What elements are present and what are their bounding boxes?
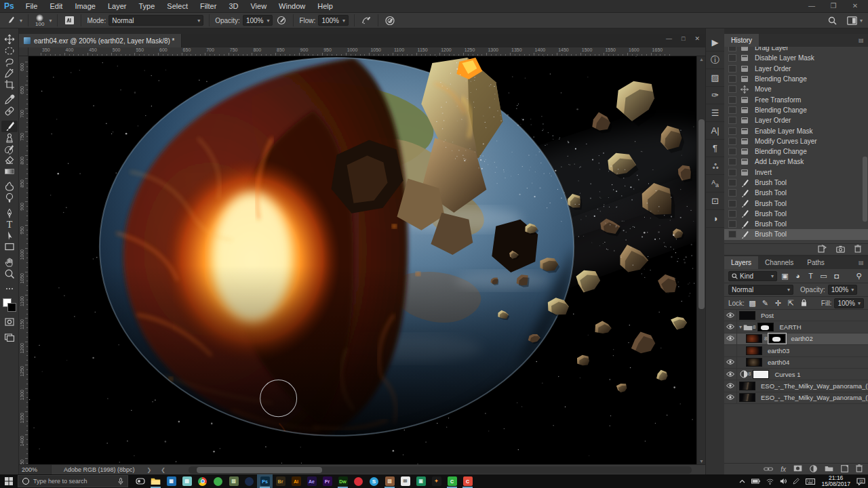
history-state-brush-tool[interactable]: Brush Tool [724,229,868,239]
visibility-toggle[interactable] [724,357,737,368]
pressure-size-icon[interactable] [384,14,396,26]
group-expand-chevron-icon[interactable]: ▾ [739,324,742,330]
rectangle-tool[interactable] [1,241,18,253]
layer-row-earth[interactable]: ▾8EARTH [724,321,868,333]
lock-image-pixels-icon[interactable]: ✎ [760,299,770,308]
taskbar-photoshop-icon[interactable]: Ps [257,474,273,488]
scroll-down-arrow-icon[interactable]: ▼ [697,459,706,464]
layer-row-eso-the-milky-way-panorama-by-[interactable]: ESO_-_The_Milky_Way_panorama_(by) [724,392,868,404]
vertical-scrollbar[interactable]: ▲ ▼ [696,56,705,464]
layer-row-post[interactable]: Post [724,310,868,321]
visibility-toggle[interactable] [724,380,737,391]
workspace-switcher[interactable]: ▾ [847,16,863,25]
flow-select[interactable]: 100% ▾ [318,15,349,26]
layer-name[interactable]: Curves 1 [774,371,800,378]
history-source-checkbox[interactable] [728,65,736,73]
taskbar-red-media-app-icon[interactable] [351,474,366,488]
history-state-blending-change[interactable]: Blending Change [724,105,868,115]
tab-layers[interactable]: Layers [724,256,758,269]
taskbar-illustrator-icon[interactable]: Ai [288,474,304,488]
move-tool[interactable] [1,34,18,45]
layer-mask-thumbnail[interactable] [757,323,774,331]
filter-type-layers-icon[interactable]: T [806,272,816,280]
taskbar-chrome-icon[interactable] [195,474,210,488]
filter-smart-objects-icon[interactable]: ◘ [831,272,842,280]
taskbar-after-effects-icon[interactable]: Ae [304,474,319,488]
crop-tool[interactable] [1,79,18,90]
status-menu-arrow-icon[interactable]: ❯ [147,467,152,473]
doc-maximize-button[interactable]: □ [682,35,685,42]
history-state-invert[interactable]: Invert [724,167,868,178]
visibility-toggle[interactable] [724,333,737,344]
tab-channels[interactable]: Channels [758,256,800,269]
history-state-brush-tool[interactable]: Brush Tool [724,219,868,229]
layer-name[interactable]: earth02 [791,335,812,342]
zoom-level-field[interactable]: 200% [19,465,52,474]
layer-thumbnail[interactable] [739,311,755,320]
taskbar-dreamweaver-icon[interactable]: Dw [335,474,351,488]
gradient-tool[interactable] [1,166,18,178]
lock-transparent-pixels-icon[interactable]: ▩ [747,299,757,308]
history-source-checkbox[interactable] [728,220,736,228]
canvas-artwork[interactable] [28,56,696,464]
history-brush-tool[interactable] [1,143,18,155]
history-source-checkbox[interactable] [728,54,736,62]
history-state-disable-layer-mask[interactable]: Disable Layer Mask [724,53,868,63]
lasso-tool[interactable] [1,56,18,68]
ruler-origin-corner[interactable] [19,47,28,56]
visibility-toggle[interactable] [724,345,737,356]
quick-selection-tool[interactable] [1,68,18,79]
history-state-blending-change[interactable]: Blending Change [724,146,868,157]
layer-thumbnail[interactable] [746,346,762,355]
menu-type[interactable]: Type [133,2,161,10]
history-state-add-layer-mask[interactable]: Add Layer Mask [724,157,868,167]
history-source-checkbox[interactable] [728,189,736,197]
scroll-up-arrow-icon[interactable]: ▲ [697,57,706,62]
taskbar-red-c-app-icon[interactable]: C [460,474,475,488]
histogram-panel-icon[interactable]: ▨ [706,69,725,87]
brush-tool[interactable] [1,121,18,132]
taskbar-draw-app-icon[interactable]: ✦ [429,474,444,488]
tab-history[interactable]: History [724,34,759,47]
history-state-layer-order[interactable]: Layer Order [724,115,868,125]
edit-toolbar-tool[interactable] [1,283,18,295]
hand-tool[interactable] [1,257,18,268]
search-icon[interactable] [827,14,839,26]
menu-layer[interactable]: Layer [102,2,133,10]
toggle-brush-panel-icon[interactable] [63,14,75,26]
layer-thumbnail[interactable] [746,358,762,367]
history-source-checkbox[interactable] [728,230,736,238]
volume-icon[interactable] [780,478,787,485]
history-source-checkbox[interactable] [728,127,736,135]
delete-state-icon[interactable] [854,245,861,254]
taskbar-file-explorer-icon[interactable] [148,474,163,488]
history-state-blending-change[interactable]: Blending Change [724,74,868,84]
tool-preset-chevron-icon[interactable]: ▾ [20,18,22,24]
taskbar-photo-gallery-icon[interactable]: ▧ [382,474,397,488]
background-color-swatch[interactable] [7,303,16,312]
menu-image[interactable]: Image [68,2,102,10]
history-state-enable-layer-mask[interactable]: Enable Layer Mask [724,125,868,136]
history-state-brush-tool[interactable]: Brush Tool [724,178,868,188]
brush-tool-preset-icon[interactable] [4,14,16,26]
new-snapshot-icon[interactable] [836,245,845,254]
marquee-tool[interactable] [1,45,18,57]
character-styles-panel-icon[interactable]: ᴬₐ [706,175,725,192]
taskbar-premiere-icon[interactable]: Pr [319,474,335,488]
layer-mask-thumbnail[interactable] [769,334,785,343]
visibility-toggle[interactable] [724,310,737,321]
brush-picker-chevron-icon[interactable]: ▾ [49,18,52,24]
history-state-free-transform[interactable]: Free Transform [724,94,868,104]
close-window-button[interactable]: ✕ [845,0,865,12]
history-source-checkbox[interactable] [728,106,736,114]
taskbar-photos-app-icon[interactable]: ▦ [163,474,179,488]
healing-brush-tool[interactable] [1,106,18,117]
visibility-toggle[interactable] [724,369,737,380]
layers-panel-menu-icon[interactable]: ▤ [859,260,865,266]
menu-edit[interactable]: Edit [43,2,68,10]
microphone-icon[interactable] [118,478,123,485]
history-scrollbar[interactable] [863,49,867,241]
lock-position-icon[interactable]: ✢ [773,299,783,308]
foreground-background-colors[interactable] [3,298,16,312]
layer-styles-fx-icon[interactable]: fx [781,466,786,473]
